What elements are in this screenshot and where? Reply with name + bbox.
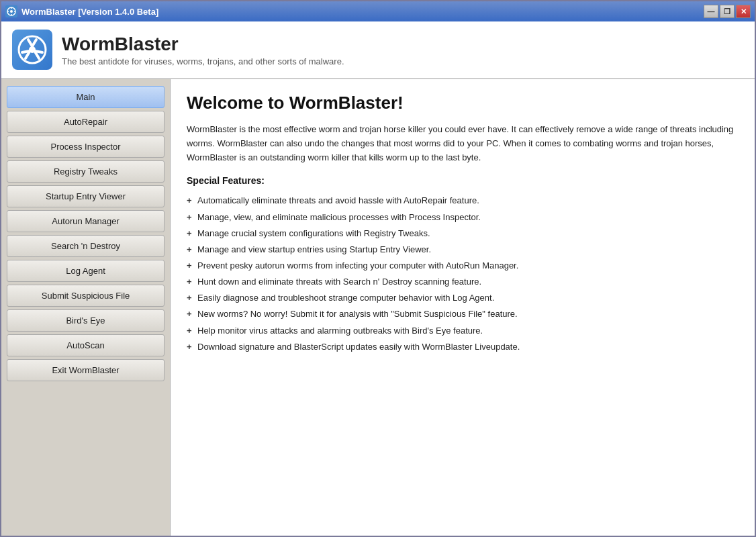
titlebar-app-icon	[5, 5, 17, 17]
app-name: WormBlaster	[62, 34, 344, 55]
sidebar-item-log-agent[interactable]: Log Agent	[7, 260, 164, 282]
main-content: Welcome to WormBlaster! WormBlaster is t…	[171, 79, 755, 536]
sidebar-item-submit-suspicious-file[interactable]: Submit Suspicious File	[7, 285, 164, 307]
sidebar-item-main[interactable]: Main	[7, 86, 164, 108]
feature-list-item: Hunt down and eliminate threats with Sea…	[187, 274, 739, 290]
sidebar-item-exit[interactable]: Exit WormBlaster	[7, 359, 164, 381]
app-header: WormBlaster The best antidote for viruse…	[1, 21, 755, 79]
window-title: WormBlaster [Version 1.4.0 Beta]	[21, 7, 158, 17]
sidebar-item-process-inspector[interactable]: Process Inspector	[7, 136, 164, 158]
feature-list-item: Manage, view, and eliminate malicious pr…	[187, 209, 739, 226]
svg-point-2	[10, 10, 13, 13]
window-controls: — ❒ ✕	[704, 5, 751, 18]
features-list: Automatically eliminate threats and avoi…	[187, 193, 739, 354]
app-tagline: The best antidote for viruses, worms, tr…	[62, 56, 344, 66]
title-bar-left: WormBlaster [Version 1.4.0 Beta]	[5, 5, 158, 17]
sidebar-item-birds-eye[interactable]: Bird's Eye	[7, 309, 164, 332]
features-title: Special Features:	[187, 175, 739, 186]
title-bar: WormBlaster [Version 1.4.0 Beta] — ❒ ✕	[1, 1, 755, 21]
feature-list-item: Prevent pesky autorun worms from infecti…	[187, 258, 739, 274]
feature-list-item: Automatically eliminate threats and avoi…	[187, 193, 739, 209]
sidebar-item-autorepair[interactable]: AutoRepair	[7, 111, 164, 133]
welcome-title: Welcome to WormBlaster!	[187, 93, 739, 113]
logo-icon	[17, 35, 47, 64]
header-text-block: WormBlaster The best antidote for viruse…	[62, 34, 344, 66]
sidebar-item-search-n-destroy[interactable]: Search 'n Destroy	[7, 235, 164, 257]
sidebar: MainAutoRepairProcess InspectorRegistry …	[1, 79, 171, 536]
feature-list-item: New worms? No worry! Submit it for analy…	[187, 306, 739, 322]
feature-list-item: Manage crucial system configurations wit…	[187, 226, 739, 242]
feature-list-item: Download signature and BlasterScript upd…	[187, 339, 739, 355]
sidebar-item-startup-entry-viewer[interactable]: Startup Entry Viewer	[7, 185, 164, 207]
app-window: WormBlaster [Version 1.4.0 Beta] — ❒ ✕ W…	[0, 0, 756, 537]
sidebar-item-autoscan[interactable]: AutoScan	[7, 334, 164, 356]
feature-list-item: Manage and view startup entries using St…	[187, 242, 739, 258]
restore-button[interactable]: ❒	[720, 5, 735, 18]
feature-list-item: Help monitor virus attacks and alarming …	[187, 323, 739, 339]
minimize-button[interactable]: —	[704, 5, 718, 18]
app-logo	[12, 30, 52, 70]
welcome-body: WormBlaster is the most effective worm a…	[187, 123, 739, 164]
close-button[interactable]: ✕	[736, 5, 751, 18]
feature-list-item: Easily diagnose and troubleshoot strange…	[187, 290, 739, 306]
sidebar-item-autorun-manager[interactable]: Autorun Manager	[7, 210, 164, 232]
sidebar-item-registry-tweaks[interactable]: Registry Tweaks	[7, 160, 164, 183]
content-area: MainAutoRepairProcess InspectorRegistry …	[1, 79, 755, 536]
